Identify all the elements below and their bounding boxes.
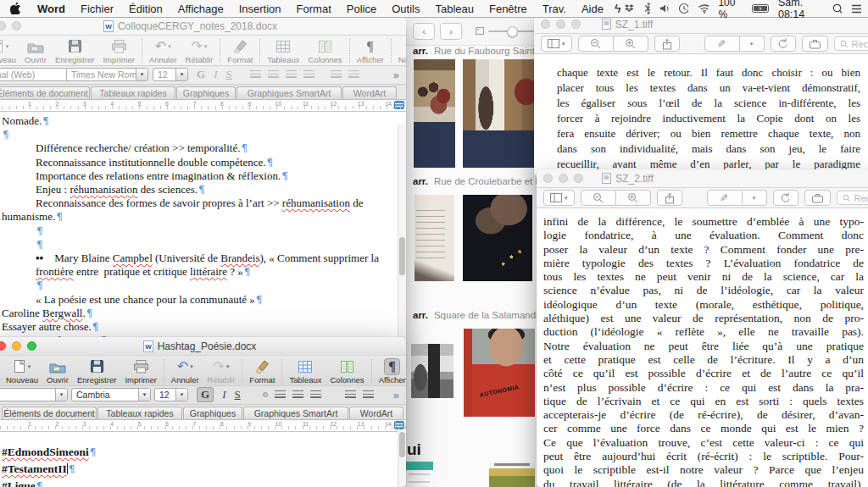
underline-button[interactable]: S: [234, 388, 240, 401]
share-button[interactable]: [657, 190, 682, 206]
photo-thumbnail[interactable]: [411, 344, 453, 398]
photo-thumbnail[interactable]: AUTONOMIA: [464, 329, 535, 417]
tab-elements-de-document[interactable]: Éléments de document: [2, 407, 97, 419]
format-overflow-chevron[interactable]: »: [393, 69, 399, 81]
close-button[interactable]: [0, 341, 6, 351]
share-button[interactable]: [654, 36, 680, 52]
open-button[interactable]: Ouvrir: [42, 357, 73, 385]
align-left-button[interactable]: [263, 392, 268, 397]
zoom-in-button[interactable]: [616, 190, 651, 206]
redo-button[interactable]: ↷▾ Rétablir: [181, 36, 218, 65]
bluetooth-icon[interactable]: [644, 3, 651, 14]
menu-bar-clock[interactable]: Sam. 08:14: [778, 0, 823, 20]
underline-button[interactable]: S: [225, 68, 231, 81]
menu-item[interactable]: Outils: [384, 3, 427, 15]
scrollbar-thumb[interactable]: [399, 432, 405, 457]
show-formatting-button[interactable]: ¶ Afficher: [353, 36, 388, 65]
title-bar[interactable]: W ColloqueCERGY_notes_2018.docx: [0, 17, 406, 36]
photo-thumbnail[interactable]: [489, 462, 535, 487]
style-dropdown[interactable]: ▾: [0, 388, 68, 401]
font-dropdown[interactable]: Times New Roman▾: [66, 68, 148, 81]
photos-forward-button[interactable]: ›: [440, 23, 462, 40]
numbered-list-button[interactable]: [345, 390, 356, 399]
save-button[interactable]: Enregistrer: [51, 36, 98, 65]
zoom-button[interactable]: [27, 341, 36, 351]
align-left-button[interactable]: [250, 70, 261, 79]
apple-menu[interactable]: [10, 3, 21, 14]
menu-item[interactable]: Aide: [574, 3, 611, 15]
sidebar-toggle-button[interactable]: ▾: [543, 190, 575, 206]
align-justify-button[interactable]: [310, 390, 321, 399]
tab-wordart[interactable]: WordArt: [349, 407, 403, 419]
wifi-icon[interactable]: [698, 3, 709, 14]
zoom-out-button[interactable]: [581, 190, 616, 206]
close-button[interactable]: [543, 174, 553, 183]
minimize-button[interactable]: [12, 341, 21, 351]
markup-pen-dropdown[interactable]: ▾: [740, 36, 765, 52]
align-center-button[interactable]: [268, 70, 279, 79]
sidebar-toggle-button[interactable]: ▾: [541, 36, 572, 52]
volume-icon[interactable]: [659, 3, 669, 14]
battery-icon[interactable]: [752, 3, 769, 14]
notification-center-icon[interactable]: [851, 4, 861, 14]
navigation-pane-button[interactable]: Navigation: [394, 36, 406, 65]
open-button[interactable]: Ouvrir: [20, 36, 51, 65]
scanned-page-sz2[interactable]: infini de la différence, le soumettre d’…: [537, 208, 868, 487]
zoom-button[interactable]: [12, 21, 21, 30]
bold-button[interactable]: G: [197, 68, 205, 81]
font-dropdown[interactable]: Cambria▾: [71, 388, 151, 401]
markup-pen-button[interactable]: ✎: [704, 36, 740, 52]
undo-button[interactable]: ↶▾ Annuler: [167, 357, 203, 385]
scanned-page-sz1[interactable]: chaque texte est le retour. Il faut donc…: [534, 54, 868, 176]
horizontal-ruler[interactable]: 1234567891011121314: [0, 420, 406, 432]
photo-thumbnail[interactable]: [406, 462, 433, 487]
app-menu-word[interactable]: Word: [30, 3, 73, 15]
print-button[interactable]: Imprimer: [120, 357, 160, 385]
zoom-out-button[interactable]: [578, 36, 614, 52]
markup-pen-dropdown[interactable]: ▾: [743, 190, 767, 206]
columns-button[interactable]: Colonnes: [303, 36, 346, 65]
numbered-list-button[interactable]: [331, 70, 342, 79]
time-machine-icon[interactable]: [678, 3, 688, 14]
show-formatting-button[interactable]: ¶ Afficher: [375, 357, 406, 385]
print-button[interactable]: Imprimer: [98, 36, 138, 65]
redo-button[interactable]: ↷▾ Rétablir: [203, 357, 240, 385]
minimize-button[interactable]: [0, 21, 6, 30]
zoom-in-button[interactable]: [614, 36, 648, 52]
tab-tableaux-rapides[interactable]: Tableaux rapides: [91, 86, 175, 99]
save-button[interactable]: Enregistrer: [73, 357, 120, 385]
tab-tableaux-rapides[interactable]: Tableaux rapides: [97, 407, 182, 419]
tab-graphiques-smartart[interactable]: Graphiques SmartArt: [236, 86, 342, 99]
align-right-button[interactable]: [292, 390, 303, 399]
tables-button[interactable]: Tableaux: [285, 357, 326, 385]
menu-item[interactable]: Police: [339, 3, 384, 15]
font-size-dropdown[interactable]: 12▾: [153, 68, 188, 81]
ruler-toggle-icon[interactable]: [394, 101, 404, 109]
menu-item[interactable]: Insertion: [231, 3, 289, 15]
tables-button[interactable]: Tableaux: [263, 36, 303, 65]
menu-item[interactable]: Affichage: [170, 3, 231, 15]
close-button[interactable]: [541, 19, 550, 29]
photo-thumbnail[interactable]: [463, 59, 535, 168]
menu-item[interactable]: Trav.: [535, 3, 574, 15]
markup-toolbox-button[interactable]: [802, 36, 828, 52]
search-input[interactable]: Rechercher: [834, 36, 868, 51]
tab-graphiques-smartart[interactable]: Graphiques SmartArt: [243, 407, 348, 419]
zoom-button[interactable]: [574, 174, 583, 183]
rotate-button[interactable]: [771, 36, 796, 52]
rotate-button[interactable]: [773, 190, 798, 206]
document-page[interactable]: Nomade.¶¶Différence recherche/ création …: [0, 112, 406, 337]
new-document-button[interactable]: ▾ Nouveau: [2, 357, 42, 385]
format-painter-button[interactable]: Format: [245, 357, 279, 385]
photo-thumbnail[interactable]: [415, 195, 454, 281]
italic-button[interactable]: I: [222, 388, 225, 401]
spotlight-icon[interactable]: [832, 3, 842, 14]
tab-wordart[interactable]: WordArt: [342, 86, 397, 99]
align-center-button[interactable]: [275, 390, 286, 399]
align-justify-button[interactable]: [303, 70, 314, 79]
tab-graphiques[interactable]: Graphiques: [176, 86, 236, 99]
title-bar[interactable]: SZ_2.tiff: [537, 169, 868, 188]
menu-item[interactable]: Fenêtre: [481, 3, 535, 15]
undo-button[interactable]: ↶▾ Annuler: [145, 36, 181, 65]
title-bar[interactable]: W Hashtag_Poésie.docx: [0, 337, 406, 356]
